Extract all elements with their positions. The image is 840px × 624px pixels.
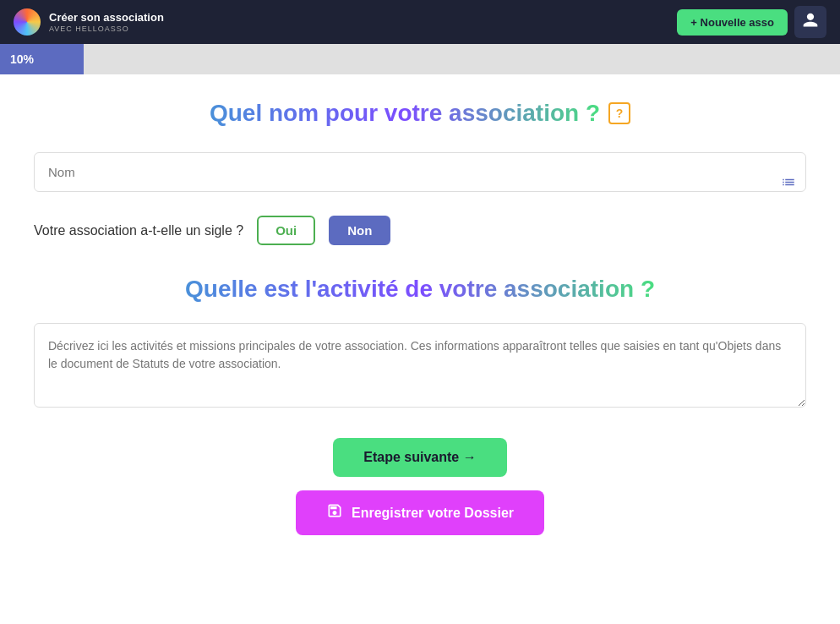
buttons-row: Etape suivante → Enregistrer votre Dossi… [34,438,806,535]
input-stats-icon [781,174,796,194]
new-asso-button[interactable]: + Nouvelle asso [677,9,788,36]
logo-text-block: Créer son association AVEC HELLOASSO [49,11,164,33]
progress-bar: 10% [0,44,84,74]
header-actions: + Nouvelle asso [677,6,826,38]
user-icon [802,12,819,33]
header: Créer son association AVEC HELLOASSO + N… [0,0,840,44]
name-input[interactable] [34,152,806,192]
non-button[interactable]: Non [329,216,390,245]
save-button[interactable]: Enregistrer votre Dossier [296,490,544,535]
sigle-row: Votre association a-t-elle un sigle ? Ou… [34,216,806,245]
logo-subtitle: AVEC HELLOASSO [49,25,164,33]
main-content: Quel nom pour votre association ? ? Votr… [0,74,840,624]
progress-label: 10% [10,52,34,66]
activity-textarea[interactable] [34,323,806,408]
name-title-text: Quel nom pour votre association ? [210,100,600,127]
user-menu-button[interactable] [794,6,826,38]
activity-section-title: Quelle est l'activité de votre associati… [34,276,806,303]
logo-title: Créer son association [49,11,164,25]
save-button-label: Enregistrer votre Dossier [352,506,514,521]
logo-area: Créer son association AVEC HELLOASSO [14,8,164,36]
activity-title-text: Quelle est l'activité de votre associati… [185,276,655,302]
name-section-title: Quel nom pour votre association ? ? [34,100,806,127]
name-input-wrapper [34,152,806,216]
oui-button[interactable]: Oui [257,216,315,245]
logo-icon [14,8,41,36]
help-icon[interactable]: ? [608,102,630,124]
sigle-question: Votre association a-t-elle un sigle ? [34,223,243,238]
next-step-button[interactable]: Etape suivante → [333,438,506,477]
progress-container: 10% [0,44,840,74]
save-icon [326,502,343,523]
